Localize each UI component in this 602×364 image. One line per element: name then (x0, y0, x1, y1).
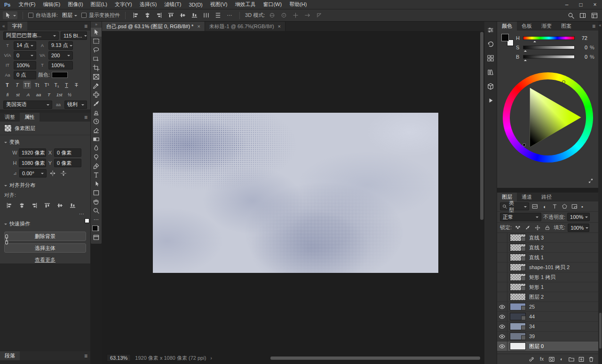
search-icon[interactable] (566, 11, 576, 20)
visibility-toggle[interactable] (497, 282, 507, 292)
flip-horizontal-button[interactable] (48, 169, 57, 178)
tab-properties[interactable]: 属性 (20, 113, 40, 122)
faux-bold-button[interactable]: T (3, 81, 11, 89)
filter-adjustment-layers-icon[interactable]: ◐ (541, 203, 549, 210)
swash-button[interactable]: A (24, 91, 32, 99)
visibility-toggle[interactable] (497, 292, 507, 302)
zoom-tool[interactable] (91, 206, 102, 215)
expand-panel-icon[interactable] (586, 177, 595, 185)
visibility-toggle[interactable] (497, 272, 507, 282)
blend-mode-select[interactable]: 正常 (500, 213, 541, 221)
canvas-vertical-scrollbar[interactable] (480, 32, 483, 220)
visibility-toggle[interactable] (497, 332, 507, 341)
stylistic-alternates-button[interactable]: aa (34, 91, 43, 99)
anti-alias-select[interactable]: 锐利 (64, 101, 87, 109)
document-image[interactable] (153, 113, 438, 273)
opacity-select[interactable]: 100% (567, 213, 590, 221)
layer-row[interactable]: 矩形 1 拷贝 (497, 272, 598, 282)
layer-row[interactable]: 矩形 1 (497, 282, 598, 292)
layer-row[interactable]: 25 (497, 302, 598, 312)
tab-adjustments[interactable]: 调整 (0, 113, 20, 122)
tab-paths[interactable]: 路径 (537, 193, 556, 201)
auto-select-target-dropdown[interactable]: 图层 (60, 11, 79, 19)
menu-item-view[interactable]: 视图(V) (206, 1, 231, 8)
close-button[interactable]: × (588, 1, 602, 8)
transform-section-header[interactable]: 变换 (0, 135, 90, 147)
layer-row[interactable]: 直线 3 (497, 233, 598, 243)
view-more-link[interactable]: 查看更多 (0, 256, 90, 263)
history-panel-icon[interactable] (486, 39, 495, 49)
layer-row[interactable]: 图层 2 (497, 292, 598, 302)
gradient-tool[interactable] (91, 135, 102, 144)
filter-pixel-layers-icon[interactable] (531, 203, 539, 210)
horizontal-scale-field[interactable]: 100% (48, 61, 73, 70)
align-top-button[interactable] (166, 11, 175, 20)
quick-actions-header[interactable]: 快速操作 (0, 217, 90, 229)
visibility-toggle[interactable] (497, 302, 507, 311)
baseline-shift-field[interactable]: 0 点 (14, 71, 36, 79)
font-style-select[interactable]: 115 Bl... (61, 31, 87, 40)
all-caps-button[interactable]: TT (23, 81, 31, 89)
menu-item-help[interactable]: 帮助(H) (285, 1, 310, 8)
faux-italic-button[interactable]: T (13, 81, 21, 89)
y-field[interactable]: 0 像素 (54, 159, 81, 167)
color-triangle-marker[interactable] (523, 143, 526, 147)
eraser-tool[interactable] (91, 126, 102, 135)
minimize-button[interactable]: – (560, 1, 574, 8)
type-tool[interactable] (91, 170, 102, 179)
workspace-switcher-icon[interactable] (590, 11, 599, 20)
superscript-button[interactable]: T¹ (43, 81, 51, 89)
path-selection-tool[interactable] (91, 179, 102, 188)
visibility-toggle[interactable] (497, 322, 507, 331)
marquee-tool[interactable] (91, 37, 102, 46)
color-panel-menu-icon[interactable]: ≡ (589, 22, 598, 31)
panel-layout-icon[interactable] (578, 11, 587, 20)
vertical-scale-field[interactable]: 100% (14, 61, 36, 70)
filter-toggle-pin[interactable]: • (581, 204, 583, 209)
layer-row-selected[interactable]: 图层 0 (497, 341, 598, 351)
kerning-select[interactable]: 0 (14, 51, 36, 60)
foreground-color-swatch[interactable] (92, 225, 98, 231)
layer-row[interactable]: 直线 1 (497, 253, 598, 263)
lock-all-icon[interactable] (544, 224, 551, 232)
distribute-vertical-button[interactable] (213, 11, 222, 20)
filter-smart-objects-icon[interactable] (570, 203, 578, 210)
visibility-toggle[interactable] (497, 341, 507, 351)
close-tab-icon[interactable]: × (197, 23, 200, 29)
link-layers-icon[interactable] (528, 355, 536, 364)
properties-panel-menu-icon[interactable]: ≡ (81, 113, 90, 122)
3d-roll-icon[interactable] (279, 11, 288, 20)
collapse-dock-icon[interactable]: « (0, 22, 8, 31)
visibility-toggle[interactable] (497, 253, 507, 262)
constrain-proportions-icon[interactable] (4, 234, 9, 246)
visibility-toggle[interactable] (497, 312, 507, 321)
canvas-area[interactable]: 63.13% 1920 像素 x 1080 像素 (72 ppi) › (102, 31, 484, 364)
brightness-slider[interactable] (523, 55, 575, 59)
history-brush-tool[interactable] (91, 117, 102, 126)
hand-tool[interactable] (91, 197, 102, 206)
new-group-icon[interactable] (567, 355, 576, 364)
background-color-swatch[interactable] (85, 218, 89, 223)
visibility-toggle[interactable] (497, 233, 507, 242)
add-layer-mask-icon[interactable] (547, 355, 556, 364)
height-field[interactable]: 1080 像素 (19, 159, 46, 167)
3d-pan-icon[interactable] (291, 11, 300, 20)
brush-tool[interactable] (91, 99, 102, 108)
layers-scrollbar[interactable] (599, 313, 602, 349)
show-transform-checkbox[interactable] (81, 13, 87, 18)
tab-paragraph[interactable]: 段落 (0, 351, 20, 360)
menu-item-file[interactable]: 文件(F) (15, 1, 39, 8)
tab-color[interactable]: 颜色 (497, 22, 517, 31)
more-align-options-button[interactable]: ⋯ (0, 211, 90, 217)
font-size-select[interactable]: 14 点 (14, 41, 36, 50)
align-center-horizontal-button[interactable] (17, 201, 26, 209)
width-field[interactable]: 1920 像素 (19, 148, 46, 157)
color-wheel[interactable] (503, 72, 593, 163)
layer-filter-type-select[interactable]: 类型 (500, 202, 529, 210)
layer-effects-icon[interactable]: fx (538, 355, 546, 364)
align-bottom-button[interactable] (68, 201, 77, 209)
edit-toolbar-button[interactable]: ⋯ (91, 215, 102, 224)
menu-item-type[interactable]: 文字(Y) (111, 1, 136, 8)
tab-swatches[interactable]: 色板 (517, 22, 537, 31)
brightness-value[interactable]: 0 (577, 54, 587, 60)
